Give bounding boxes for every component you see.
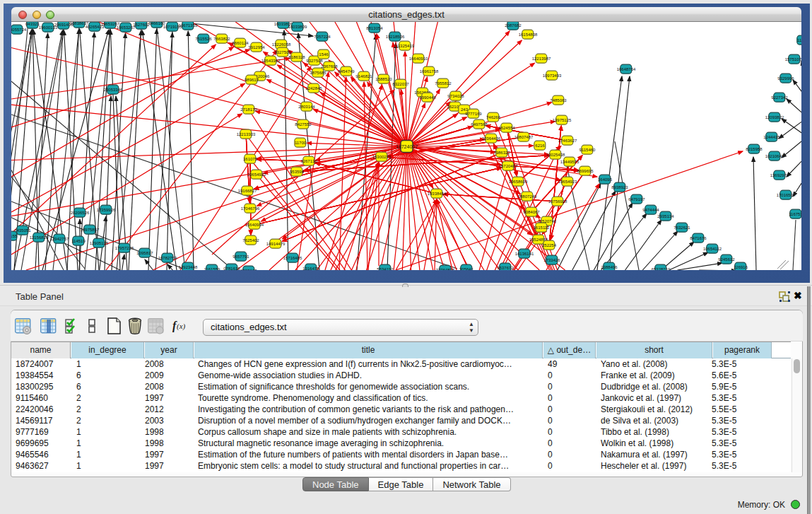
svg-text:7357224: 7357224 xyxy=(314,35,331,39)
svg-text:7625402: 7625402 xyxy=(242,238,259,243)
svg-text:3875685: 3875685 xyxy=(310,71,326,75)
svg-text:14136141: 14136141 xyxy=(515,252,534,256)
svg-text:3912954: 3912954 xyxy=(248,45,265,49)
svg-text:9657791: 9657791 xyxy=(233,255,249,259)
svg-text:8454749: 8454749 xyxy=(338,69,355,74)
svg-text:043321: 043321 xyxy=(25,22,40,26)
svg-text:20364436: 20364436 xyxy=(482,136,501,141)
svg-text:10025438: 10025438 xyxy=(546,153,565,157)
svg-text:953594: 953594 xyxy=(290,170,305,174)
svg-text:3267130: 3267130 xyxy=(300,159,317,163)
svg-text:19218506: 19218506 xyxy=(386,35,405,39)
svg-text:2803144: 2803144 xyxy=(298,105,315,109)
svg-text:17957225: 17957225 xyxy=(115,246,134,250)
svg-text:8813054: 8813054 xyxy=(366,26,383,30)
svg-text:13692971: 13692971 xyxy=(770,173,789,177)
svg-text:7986322: 7986322 xyxy=(493,151,510,155)
svg-text:12942757: 12942757 xyxy=(50,237,69,241)
svg-text:7632621: 7632621 xyxy=(673,226,690,230)
svg-text:13449575: 13449575 xyxy=(560,160,579,164)
svg-text:8471676: 8471676 xyxy=(690,236,707,240)
svg-text:10658609: 10658609 xyxy=(509,180,528,184)
svg-text:6216: 6216 xyxy=(535,144,545,148)
svg-text:16154808: 16154808 xyxy=(519,33,538,37)
svg-text:12093822: 12093822 xyxy=(765,115,784,119)
svg-text:(x): (x) xyxy=(177,322,186,331)
svg-text:2718170: 2718170 xyxy=(240,107,257,112)
svg-text:2087682: 2087682 xyxy=(505,23,522,28)
svg-text:1733426: 1733426 xyxy=(543,258,560,262)
svg-text:0781618: 0781618 xyxy=(223,267,240,270)
svg-text:9146821: 9146821 xyxy=(355,74,372,78)
svg-text:9474444: 9474444 xyxy=(642,208,659,212)
svg-text:18724007: 18724007 xyxy=(396,144,418,149)
svg-text:226916: 226916 xyxy=(734,265,748,269)
svg-text:16648764: 16648764 xyxy=(617,67,636,71)
svg-text:9115460: 9115460 xyxy=(579,148,596,152)
svg-text:11325419: 11325419 xyxy=(396,44,415,48)
svg-text:14055724: 14055724 xyxy=(11,28,27,32)
svg-text:1615112: 1615112 xyxy=(534,226,551,230)
svg-text:8215958: 8215958 xyxy=(746,147,763,151)
svg-text:19338454: 19338454 xyxy=(428,192,447,196)
svg-text:252254: 252254 xyxy=(542,243,557,247)
svg-text:39155: 39155 xyxy=(11,234,18,238)
svg-text:10756928: 10756928 xyxy=(548,199,567,204)
svg-text:9593103: 9593103 xyxy=(240,269,257,270)
svg-text:12213987: 12213987 xyxy=(532,57,551,61)
svg-text:10543362: 10543362 xyxy=(261,59,281,63)
svg-text:13226058: 13226058 xyxy=(272,42,291,47)
svg-text:1161559: 1161559 xyxy=(204,267,221,270)
svg-text:16033809: 16033809 xyxy=(288,25,307,29)
svg-text:8660124: 8660124 xyxy=(232,41,249,45)
svg-text:9734028: 9734028 xyxy=(447,94,464,98)
svg-text:9245612: 9245612 xyxy=(718,257,735,262)
svg-text:10654112: 10654112 xyxy=(703,247,722,251)
svg-text:114519: 114519 xyxy=(71,239,86,243)
svg-text:305641: 305641 xyxy=(459,267,474,270)
svg-text:10210643: 10210643 xyxy=(765,154,784,158)
svg-text:989617: 989617 xyxy=(245,78,259,82)
svg-text:1095817: 1095817 xyxy=(136,251,153,255)
svg-text:20053346: 20053346 xyxy=(104,88,123,92)
svg-text:9327509: 9327509 xyxy=(274,50,291,54)
svg-text:16961758: 16961758 xyxy=(420,69,439,74)
svg-text:12156829: 12156829 xyxy=(30,235,49,240)
svg-text:11640994: 11640994 xyxy=(245,223,264,227)
svg-text:1316475: 1316475 xyxy=(302,267,319,270)
svg-text:12213303: 12213303 xyxy=(237,132,256,136)
svg-text:2935134: 2935134 xyxy=(657,214,674,218)
svg-text:15300275: 15300275 xyxy=(372,155,392,159)
svg-text:116753: 116753 xyxy=(789,212,801,216)
svg-text:9777169: 9777169 xyxy=(465,112,482,116)
svg-text:8699695: 8699695 xyxy=(577,169,594,173)
svg-text:10975857: 10975857 xyxy=(81,228,100,232)
svg-text:14914479: 14914479 xyxy=(266,242,286,246)
svg-text:9329996: 9329996 xyxy=(777,76,794,81)
svg-text:1435051: 1435051 xyxy=(14,228,31,233)
svg-text:1242845: 1242845 xyxy=(305,86,322,90)
svg-text:1244415: 1244415 xyxy=(763,135,780,139)
svg-text:1990448: 1990448 xyxy=(419,95,436,100)
svg-text:17359926: 17359926 xyxy=(97,208,116,212)
svg-text:8186328: 8186328 xyxy=(288,55,305,59)
svg-text:9084067: 9084067 xyxy=(523,210,540,214)
svg-text:5534192: 5534192 xyxy=(377,267,394,270)
svg-text:19654923: 19654923 xyxy=(558,180,577,184)
svg-text:13975125: 13975125 xyxy=(553,118,572,122)
svg-text:9327508: 9327508 xyxy=(306,59,323,63)
svg-text:17046796: 17046796 xyxy=(241,206,260,211)
svg-text:7663822: 7663822 xyxy=(213,37,230,41)
svg-text:10654922: 10654922 xyxy=(247,173,266,177)
svg-text:7515526: 7515526 xyxy=(195,37,212,41)
svg-text:8427552: 8427552 xyxy=(295,122,312,127)
svg-text:11700: 11700 xyxy=(295,141,307,145)
svg-text:161075: 161075 xyxy=(243,157,258,161)
svg-text:2367608: 2367608 xyxy=(321,64,338,69)
svg-text:15720407: 15720407 xyxy=(499,164,518,168)
svg-text:746266: 746266 xyxy=(486,115,501,119)
svg-text:20206526: 20206526 xyxy=(71,211,90,215)
svg-text:1546: 1546 xyxy=(319,52,329,57)
svg-text:7485063: 7485063 xyxy=(550,98,567,103)
svg-text:15751074: 15751074 xyxy=(785,57,801,62)
